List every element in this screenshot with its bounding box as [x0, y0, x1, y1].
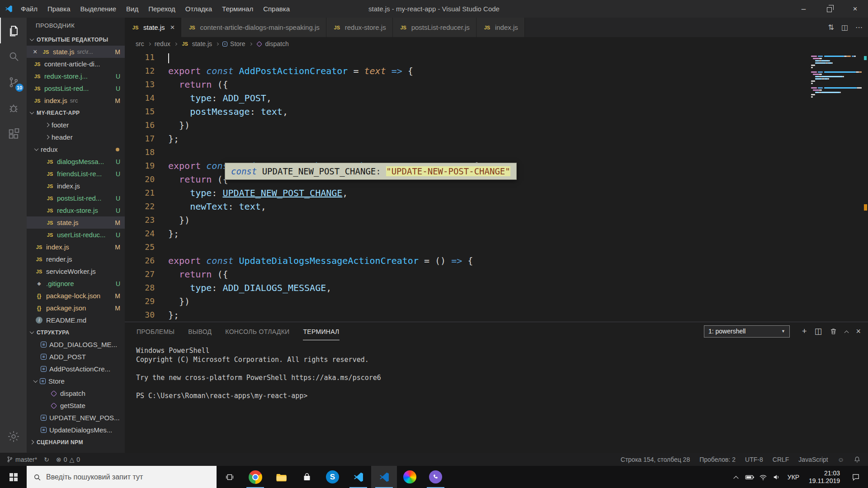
code-line[interactable]: 22 newText: text,: [125, 200, 868, 213]
breadcrumb-item[interactable]: Store: [222, 40, 245, 47]
close-icon[interactable]: ×: [33, 48, 39, 56]
code-line[interactable]: 14 type: ADD_POST,: [125, 91, 868, 105]
cursor-position[interactable]: Строка 154, столбец 28: [621, 456, 690, 463]
file-item[interactable]: JSindex.js: [27, 180, 125, 192]
code-line[interactable]: 25: [125, 240, 868, 254]
outline-item[interactable]: UPDATE_NEW_POS...: [27, 412, 125, 424]
outline-item[interactable]: Store: [27, 375, 125, 387]
outline-item[interactable]: dispatch: [27, 387, 125, 399]
feedback-smiley-icon[interactable]: ☺: [838, 456, 844, 463]
file-item[interactable]: {}package-lock.jsonM: [27, 290, 125, 302]
editor-tab[interactable]: JSredux-store.js: [326, 18, 393, 37]
editor-tab[interactable]: JScontent-article-dialogs-main-speaking.…: [181, 18, 326, 37]
file-item[interactable]: JSfriendsList-re...U: [27, 168, 125, 180]
open-editor-item[interactable]: JSredux-store.j...U: [27, 70, 125, 82]
file-item[interactable]: JSserviceWorker.js: [27, 265, 125, 277]
close-icon[interactable]: ×: [170, 23, 175, 32]
file-item[interactable]: JSpostsList-red...U: [27, 192, 125, 204]
split-terminal-icon[interactable]: ◫: [814, 326, 822, 336]
terminal-output[interactable]: Windows PowerShellCopyright (C) Microsof…: [125, 340, 868, 400]
battery-icon[interactable]: [743, 466, 756, 488]
breadcrumb-item[interactable]: redux: [155, 40, 170, 47]
code-line[interactable]: 17};: [125, 132, 868, 145]
menu-item[interactable]: Терминал: [217, 0, 258, 18]
volume-icon[interactable]: [770, 466, 783, 488]
code-line[interactable]: 27 return ({: [125, 267, 868, 281]
outline-item[interactable]: UpdateDialogsMes...: [27, 424, 125, 436]
menu-item[interactable]: Файл: [16, 0, 42, 18]
file-item[interactable]: JSindex.jsM: [27, 241, 125, 253]
extensions-icon[interactable]: [0, 121, 27, 146]
code-line[interactable]: 15 postMessage: text,: [125, 105, 868, 118]
breadcrumb-item[interactable]: dispatch: [256, 40, 289, 47]
file-explorer-taskbar-button[interactable]: [268, 466, 294, 488]
maximize-panel-icon[interactable]: [845, 330, 848, 333]
file-item[interactable]: ◆.gitignoreU: [27, 277, 125, 290]
color-app-taskbar-button[interactable]: [397, 466, 423, 488]
indentation-indicator[interactable]: Пробелов: 2: [699, 456, 736, 463]
viber-taskbar-button[interactable]: [423, 466, 448, 488]
tray-expand-icon[interactable]: [729, 466, 743, 488]
open-editor-item[interactable]: JSpostsList-red...U: [27, 82, 125, 94]
encoding-indicator[interactable]: UTF-8: [745, 456, 763, 463]
code-editor[interactable]: 1112export const AddPostActionCreator = …: [125, 51, 868, 322]
code-line[interactable]: 23 }): [125, 213, 868, 227]
git-branch-indicator[interactable]: master*: [6, 456, 37, 463]
code-line[interactable]: 28 type: ADD_DIALOGS_MESSAGE,: [125, 281, 868, 295]
menu-item[interactable]: Вид: [121, 0, 143, 18]
start-button[interactable]: [0, 466, 27, 488]
panel-tab[interactable]: ТЕРМИНАЛ: [303, 322, 339, 340]
folder-item[interactable]: header: [27, 131, 125, 143]
menu-item[interactable]: Выделение: [75, 0, 121, 18]
language-indicator[interactable]: УКР: [783, 466, 803, 488]
code-line[interactable]: 16 }): [125, 118, 868, 132]
breadcrumb-item[interactable]: src: [136, 40, 144, 47]
open-editor-item[interactable]: JSindex.jssrcM: [27, 94, 125, 107]
clock[interactable]: 21:03 19.11.2019: [803, 469, 845, 485]
menu-item[interactable]: Справка: [258, 0, 295, 18]
outline-item[interactable]: ADD_DIALOGS_ME...: [27, 338, 125, 351]
outline-header[interactable]: СТРУКТУРА: [27, 326, 125, 338]
search-icon[interactable]: [0, 43, 27, 69]
menu-item[interactable]: Правка: [42, 0, 75, 18]
sync-changes-button[interactable]: ↻: [44, 456, 49, 463]
code-line[interactable]: 29 }): [125, 295, 868, 308]
folder-item[interactable]: footer: [27, 119, 125, 131]
explorer-icon[interactable]: [0, 18, 27, 43]
debug-icon[interactable]: [0, 95, 27, 121]
code-line[interactable]: 24};: [125, 227, 868, 240]
editor-tab[interactable]: JSindex.js: [476, 18, 525, 37]
code-line[interactable]: 30};: [125, 308, 868, 322]
open-editors-header[interactable]: ОТКРЫТЫЕ РЕДАКТОРЫ: [27, 33, 125, 46]
code-line[interactable]: 26export const UpdateDialogsMessageActio…: [125, 254, 868, 267]
code-line[interactable]: 21 type: UPDATE_NEW_POST_CHANGE,: [125, 186, 868, 200]
folder-item[interactable]: redux: [27, 143, 125, 155]
close-panel-icon[interactable]: ×: [856, 327, 861, 336]
code-line[interactable]: 18: [125, 145, 868, 159]
restore-button[interactable]: [816, 0, 842, 18]
vscode-taskbar-button[interactable]: [345, 466, 371, 488]
action-center-icon[interactable]: [845, 466, 866, 488]
open-changes-icon[interactable]: ⇅: [828, 23, 834, 32]
settings-gear-icon[interactable]: [0, 423, 27, 449]
problems-indicator[interactable]: ⊗ 0 △ 0: [56, 456, 80, 463]
split-editor-icon[interactable]: ◫: [841, 23, 848, 32]
language-mode[interactable]: JavaScript: [798, 456, 828, 463]
task-view-button[interactable]: [217, 466, 242, 488]
outline-item[interactable]: getState: [27, 399, 125, 412]
panel-tab[interactable]: ПРОБЛЕМЫ: [137, 322, 175, 340]
file-item[interactable]: JSuserList-reduc...U: [27, 229, 125, 241]
skype-taskbar-button[interactable]: S: [320, 466, 345, 488]
code-line[interactable]: 13 return ({: [125, 78, 868, 91]
minimize-button[interactable]: –: [791, 0, 816, 18]
source-control-icon[interactable]: 10: [0, 69, 27, 95]
file-item[interactable]: JSstate.jsM: [27, 216, 125, 229]
file-item[interactable]: iREADME.md: [27, 314, 125, 326]
panel-tab[interactable]: КОНСОЛЬ ОТЛАДКИ: [225, 322, 289, 340]
project-header[interactable]: MY-REACT-APP: [27, 107, 125, 119]
menu-item[interactable]: Переход: [143, 0, 180, 18]
wifi-icon[interactable]: [756, 466, 770, 488]
more-actions-icon[interactable]: ⋯: [855, 23, 863, 32]
kill-terminal-icon[interactable]: [830, 328, 837, 335]
npm-scripts-header[interactable]: СЦЕНАРИИ NPM: [27, 436, 125, 448]
